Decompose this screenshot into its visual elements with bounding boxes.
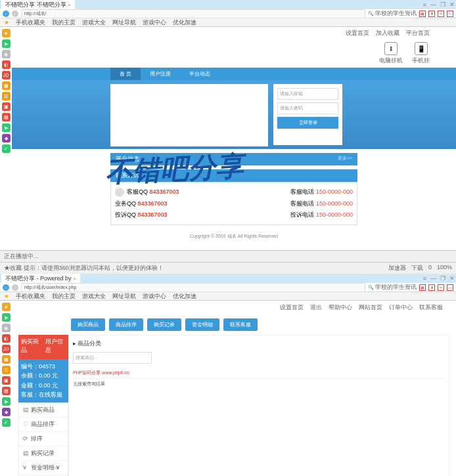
menu-item[interactable]: ▤购买记录 — [19, 446, 68, 461]
bookmark-item[interactable]: 我的主页 — [52, 292, 76, 301]
sidebar-icon[interactable]: ◉ — [2, 324, 11, 332]
sidebar-icon[interactable]: ▶ — [2, 123, 11, 132]
nav-link[interactable]: 设置首页 — [280, 303, 304, 312]
buy-button[interactable]: 购买商品 — [71, 318, 105, 331]
status-item[interactable]: 加速器 — [388, 264, 406, 272]
menu-icon[interactable]: ≡ — [423, 275, 426, 282]
nav-tab-news[interactable]: 平台动态 — [180, 68, 219, 80]
login-button[interactable]: 立即登录 — [277, 117, 338, 129]
minimize-icon[interactable]: — — [430, 1, 436, 8]
close-icon[interactable]: × — [74, 276, 76, 281]
close-icon[interactable]: ✕ — [449, 1, 455, 8]
sidebar-icon[interactable]: ▶ — [2, 39, 11, 48]
sidebar-icon[interactable]: ✓ — [2, 144, 11, 153]
star-icon[interactable]: ★ — [4, 19, 9, 26]
top-link[interactable]: 设置首页 — [346, 29, 369, 37]
history-button[interactable]: 购买记录 — [147, 318, 181, 331]
tool-icon[interactable]: ✂ — [438, 11, 444, 17]
sidebar-icon[interactable]: ★ — [2, 303, 11, 311]
sidebar-icon[interactable]: ▶ — [2, 397, 11, 406]
menu-item[interactable]: ⟳排序 — [19, 432, 68, 446]
mobile-app-icon[interactable]: 📱 手机挂 — [412, 42, 430, 65]
sidebar-icon[interactable]: ✓ — [2, 418, 11, 427]
result-row[interactable]: PHP源码分享 www.php6.cn — [73, 368, 445, 379]
star-icon[interactable]: ★ — [4, 293, 9, 299]
sidebar-icon[interactable]: ▣ — [2, 376, 11, 385]
forward-icon[interactable]: › — [12, 11, 18, 17]
menu-item[interactable]: ♡商品排序 — [19, 418, 68, 432]
sidebar-icon[interactable]: ★ — [2, 29, 11, 37]
user-support[interactable]: 客服：在线客服 — [21, 390, 66, 399]
menu-icon[interactable]: ≡ — [423, 1, 426, 8]
nav-link[interactable]: 帮助中心 — [329, 303, 352, 312]
tool-icon[interactable]: — — [447, 11, 453, 17]
nav-link[interactable]: 联系客服 — [419, 303, 443, 312]
sidebar-icon[interactable]: ◐ — [2, 334, 11, 343]
bookmark-item[interactable]: 网址导航 — [112, 18, 136, 27]
sidebar-icon[interactable]: ▤ — [2, 113, 11, 121]
close-icon[interactable]: ✕ — [449, 275, 455, 282]
forward-icon[interactable]: › — [12, 284, 18, 291]
sidebar-icon[interactable]: ◆ — [2, 134, 11, 142]
sidebar-icon[interactable]: ▦ — [2, 81, 11, 90]
sidebar-icon[interactable]: ▦ — [2, 355, 11, 364]
close-icon[interactable]: × — [68, 3, 71, 7]
top-link[interactable]: 平台首页 — [406, 29, 430, 37]
back-icon[interactable]: ‹ — [3, 11, 9, 17]
bookmark-item[interactable]: 网址导航 — [112, 292, 136, 301]
bookmark-item[interactable]: 我的主页 — [52, 18, 76, 27]
tool-icon[interactable]: ▦ — [419, 11, 426, 17]
nav-tab-home[interactable]: 首 页 — [110, 68, 141, 80]
bookmark-item[interactable]: 手机收藏夹 — [16, 292, 45, 301]
tool-icon[interactable]: ⬇ — [428, 284, 435, 291]
url-input[interactable]: http://域名/user/index.php — [21, 283, 365, 292]
tool-icon[interactable]: ⬇ — [428, 11, 435, 17]
bookmark-item[interactable]: 手机收藏夹 — [16, 18, 45, 27]
maximize-icon[interactable]: ❐ — [440, 275, 445, 282]
nav-link[interactable]: 退出 — [310, 303, 322, 312]
support-button[interactable]: 联系客服 — [223, 318, 258, 331]
bookmark-item[interactable]: 游戏大全 — [82, 292, 106, 301]
tool-icon[interactable]: — — [447, 284, 453, 291]
sidebar-icon[interactable]: ▶ — [2, 313, 11, 322]
back-icon[interactable]: ‹ — [3, 284, 9, 291]
search-hint: 🔍 学校的学生资讯 — [368, 9, 417, 18]
funds-button[interactable]: 资金明细 — [185, 318, 219, 331]
bookmark-item[interactable]: 优化加速 — [173, 292, 196, 301]
bookmark-item[interactable]: 游戏中心 — [143, 292, 166, 301]
sidebar-icon[interactable]: ☰ — [2, 92, 11, 100]
password-field[interactable]: 请输入密码 — [277, 102, 338, 114]
url-input[interactable]: http://域名/ — [21, 9, 365, 18]
search-input[interactable]: 搜索商品： — [73, 352, 152, 364]
sidebar-icon[interactable]: JD — [2, 345, 11, 353]
status-item[interactable]: 下载 — [411, 264, 423, 272]
browser-tab[interactable]: 不错吧分享 不错吧分享 × — [1, 0, 75, 10]
sidebar-icon[interactable]: ◉ — [2, 50, 11, 58]
more-link[interactable]: 更多>> — [338, 155, 352, 163]
menu-item[interactable]: ▤购买商品 — [19, 403, 68, 418]
browser-tab[interactable]: 不错吧分享 - Powered by × — [1, 274, 80, 284]
email-field[interactable]: 请输入邮箱 — [277, 88, 338, 100]
nav-link[interactable]: 网站首页 — [359, 303, 382, 312]
side-tab[interactable]: 用户信息 — [45, 337, 66, 355]
sidebar-icon[interactable]: ◐ — [2, 60, 11, 69]
top-link[interactable]: 加入收藏 — [376, 29, 399, 37]
side-tab[interactable]: 购买商品 — [21, 337, 41, 355]
bookmark-item[interactable]: 游戏中心 — [143, 18, 166, 27]
minimize-icon[interactable]: — — [430, 275, 436, 282]
nav-tab-register[interactable]: 用户注册 — [141, 68, 180, 80]
sidebar-icon[interactable]: ▣ — [2, 102, 11, 111]
menu-item[interactable]: ¥资金明细·¥ — [19, 461, 68, 475]
tool-icon[interactable]: ▦ — [419, 284, 426, 291]
nav-link[interactable]: 订单中心 — [389, 303, 413, 312]
sidebar-icon[interactable]: ▤ — [2, 387, 11, 395]
bookmark-item[interactable]: 优化加速 — [173, 18, 196, 27]
desktop-app-icon[interactable]: ⬇ 电脑挂机 — [379, 42, 403, 65]
sort-button[interactable]: 商品排序 — [109, 318, 143, 331]
sidebar-icon[interactable]: JD — [2, 71, 11, 79]
bookmark-item[interactable]: 游戏大全 — [82, 18, 106, 27]
sidebar-icon[interactable]: ☰ — [2, 366, 11, 374]
maximize-icon[interactable]: ❐ — [440, 1, 445, 8]
tool-icon[interactable]: ✂ — [438, 284, 444, 291]
sidebar-icon[interactable]: ◆ — [2, 408, 11, 416]
